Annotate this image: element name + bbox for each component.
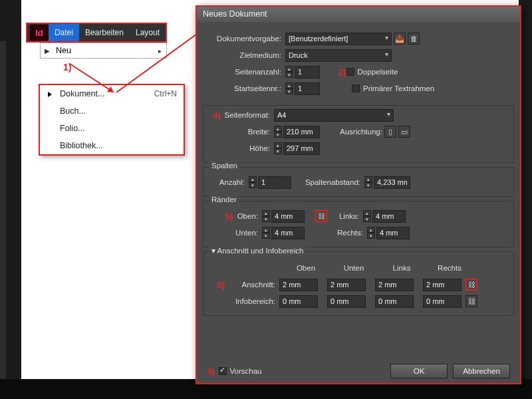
menu-layout[interactable]: Layout [130, 24, 166, 41]
col-count-label: Anzahl: [209, 178, 249, 186]
format-select[interactable]: A4 [274, 109, 394, 122]
bleed-bottom-input[interactable] [327, 279, 366, 291]
margin-right-input[interactable] [376, 227, 410, 239]
margin-left-label: Links: [327, 212, 363, 220]
submenu-item-buch[interactable]: Buch... [40, 102, 184, 120]
triangle-right-icon: ▶ [45, 47, 50, 55]
annotation-step-6: 6) [209, 280, 225, 290]
submenu-item-label: Bibliothek... [60, 141, 103, 150]
primaryframe-label: Primärer Textrahmen [363, 84, 434, 92]
pages-input[interactable] [295, 66, 320, 78]
chevron-right-icon: ▸ [158, 47, 162, 55]
portrait-icon[interactable]: ▯ [384, 126, 396, 138]
annotation-step-4: 4) [209, 110, 221, 120]
menu-datei[interactable]: Datei [49, 24, 79, 41]
submenu-item-label: Folio... [60, 124, 85, 133]
slug-bottom-input[interactable] [327, 295, 366, 308]
menu-neu-row[interactable]: ▶ Neu ▸ [40, 43, 167, 59]
cancel-button[interactable]: Abbrechen [453, 364, 510, 378]
preset-select[interactable]: [Benutzerdefiniert] [285, 33, 392, 45]
delete-preset-icon[interactable]: 🗑 [408, 33, 420, 45]
height-input[interactable] [283, 142, 320, 155]
ok-button[interactable]: OK [390, 364, 448, 378]
gutter-input[interactable] [374, 176, 410, 189]
annotation-step-2: 2) [338, 67, 346, 77]
primaryframe-checkbox[interactable] [352, 84, 360, 92]
columns-title: Spalten [209, 162, 240, 170]
margin-top-input[interactable] [271, 210, 305, 223]
bleed-col-right: Rechts [426, 264, 473, 272]
bleed-title: ▾ Anschnitt und Infobereich [209, 246, 306, 255]
slug-label: Infobereich: [209, 297, 279, 305]
menu-neu-label: Neu [56, 46, 71, 55]
menubar: Id Datei Bearbeiten Layout [26, 23, 167, 43]
format-label: Seitenformat: [221, 111, 274, 119]
preset-label: Dokumentvorgabe: [205, 35, 285, 43]
indesign-logo: Id [30, 25, 49, 41]
bleed-left-input[interactable] [375, 279, 414, 291]
new-document-dialog: Neues Dokument Dokumentvorgabe: [Benutze… [196, 5, 521, 384]
margin-left-input[interactable] [372, 210, 406, 223]
startpage-label: Startseitennr.: [205, 84, 285, 92]
bleed-top-input[interactable] [279, 279, 318, 291]
submenu-item-label: Buch... [60, 106, 86, 116]
slug-link-icon[interactable]: ⛓ [466, 295, 477, 307]
startpage-input[interactable] [295, 82, 320, 95]
slug-right-input[interactable] [423, 295, 462, 308]
target-label: Zielmedium: [205, 51, 285, 59]
vertical-ruler [0, 41, 6, 399]
slug-top-input[interactable] [279, 295, 318, 308]
target-select[interactable]: Druck [285, 49, 392, 62]
dialog-title: Neues Dokument [196, 6, 521, 22]
width-input[interactable] [283, 126, 320, 138]
bleed-col-top: Oben [282, 264, 330, 272]
margin-top-label: Oben: [233, 212, 262, 220]
orientation-label: Ausrichtung: [340, 128, 382, 136]
col-count-input[interactable] [258, 176, 291, 189]
gutter-label: Spaltenabstand: [291, 178, 364, 186]
preview-checkbox[interactable] [219, 367, 227, 375]
height-label: Höhe: [209, 144, 274, 152]
preview-label: Vorschau [230, 367, 262, 375]
bleed-col-bottom: Unten [330, 264, 378, 272]
doppelseite-checkbox[interactable] [346, 68, 354, 76]
margin-bottom-label: Unten: [209, 229, 262, 237]
bleed-right-input[interactable] [423, 279, 462, 291]
margin-bottom-input[interactable] [271, 227, 305, 239]
submenu-item-bibliothek[interactable]: Bibliothek... [40, 137, 184, 154]
landscape-icon[interactable]: ▭ [398, 126, 410, 138]
margins-title: Ränder [209, 196, 239, 203]
bleed-label: Anschnitt: [225, 281, 279, 289]
width-label: Breite: [209, 128, 274, 136]
doppelseite-label: Doppelseite [358, 68, 398, 76]
annotation-step-5: 5) [209, 211, 233, 221]
margin-right-label: Rechts: [305, 229, 367, 237]
pages-label: Seitenanzahl: [205, 68, 285, 76]
menu-bearbeiten[interactable]: Bearbeiten [79, 24, 130, 41]
margins-link-icon[interactable]: ⛓ [315, 210, 327, 222]
submenu-item-folio[interactable]: Folio... [40, 120, 184, 137]
annotation-step-3: 3) [207, 366, 215, 376]
slug-left-input[interactable] [375, 295, 414, 308]
submenu-item-label: Dokument... [60, 89, 104, 98]
save-preset-icon[interactable]: 📥 [394, 33, 406, 45]
submenu-shortcut: Ctrl+N [154, 89, 177, 98]
bleed-link-icon[interactable]: ⛓ [466, 279, 477, 291]
bleed-col-left: Links [378, 264, 426, 272]
